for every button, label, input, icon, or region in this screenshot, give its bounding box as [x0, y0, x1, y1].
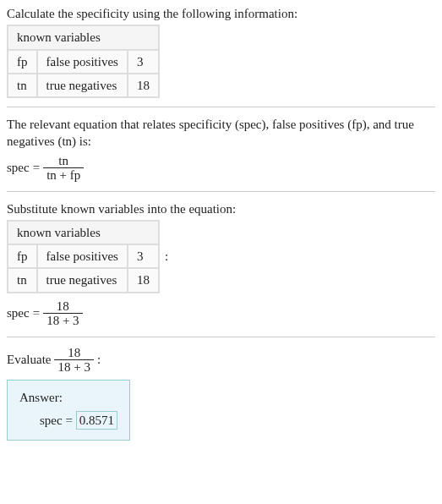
var-symbol: tn: [8, 268, 37, 292]
fraction: 18 18 + 3: [54, 346, 93, 375]
var-name: true negatives: [37, 268, 128, 292]
intro-section: Calculate the specificity using the foll…: [7, 5, 435, 98]
answer-box: Answer: spec = 0.8571: [7, 380, 130, 441]
divider: [7, 107, 435, 107]
fraction-denominator: 18 + 3: [43, 313, 82, 328]
table-header: known variables: [8, 25, 159, 49]
evaluate-section: Evaluate 18 18 + 3 : Answer: spec = 0.85…: [7, 346, 435, 441]
answer-value: 0.8571: [76, 411, 117, 430]
var-value: 3: [128, 50, 159, 74]
evaluate-post: :: [97, 351, 101, 368]
colon: :: [165, 248, 168, 265]
substitute-section: Substitute known variables into the equa…: [7, 200, 435, 328]
eq-lhs: spec: [7, 159, 30, 176]
answer-equals: =: [65, 414, 72, 427]
var-symbol: fp: [8, 50, 37, 74]
divider: [7, 191, 435, 192]
var-value: 3: [128, 244, 159, 268]
answer-equation: spec = 0.8571: [40, 411, 117, 430]
equation-spec-formula: spec = tn tn + fp: [7, 154, 435, 183]
table-header: known variables: [8, 221, 159, 244]
known-variables-table-1: known variables fp false positives 3 tn …: [7, 25, 160, 98]
evaluate-pre: Evaluate: [7, 351, 51, 368]
var-value: 18: [128, 74, 159, 97]
var-name: true negatives: [37, 74, 128, 97]
table-row: tn true negatives 18: [8, 268, 159, 292]
relevant-equation-text: The relevant equation that relates speci…: [7, 116, 435, 151]
table-row: tn true negatives 18: [8, 74, 159, 97]
eq-lhs: spec: [7, 304, 30, 321]
var-name: false positives: [37, 50, 128, 74]
divider: [7, 337, 435, 337]
eq-equals: =: [33, 304, 40, 321]
var-symbol: fp: [8, 244, 37, 268]
fraction: tn tn + fp: [43, 154, 84, 183]
table-row: fp false positives 3: [8, 50, 159, 74]
fraction-numerator: tn: [43, 154, 84, 168]
fraction-numerator: 18: [54, 346, 93, 360]
var-symbol: tn: [8, 74, 37, 97]
fraction-denominator: tn + fp: [43, 167, 84, 183]
fraction-denominator: 18 + 3: [54, 359, 93, 375]
var-value: 18: [128, 268, 159, 292]
equation-substituted: spec = 18 18 + 3: [7, 299, 435, 328]
fraction-numerator: 18: [43, 299, 82, 314]
fraction: 18 18 + 3: [43, 299, 82, 328]
table-row: fp false positives 3: [8, 244, 159, 268]
var-name: false positives: [37, 244, 128, 268]
equation-section: The relevant equation that relates speci…: [7, 116, 435, 183]
answer-lhs: spec: [40, 414, 63, 427]
substitute-row: known variables fp false positives 3 tn …: [7, 217, 435, 296]
intro-text: Calculate the specificity using the foll…: [7, 5, 435, 22]
answer-label: Answer:: [19, 389, 117, 406]
known-variables-table-2: known variables fp false positives 3 tn …: [7, 220, 160, 293]
eq-equals: =: [33, 159, 40, 176]
substitute-text: Substitute known variables into the equa…: [7, 200, 435, 217]
evaluate-line: Evaluate 18 18 + 3 :: [7, 346, 435, 375]
